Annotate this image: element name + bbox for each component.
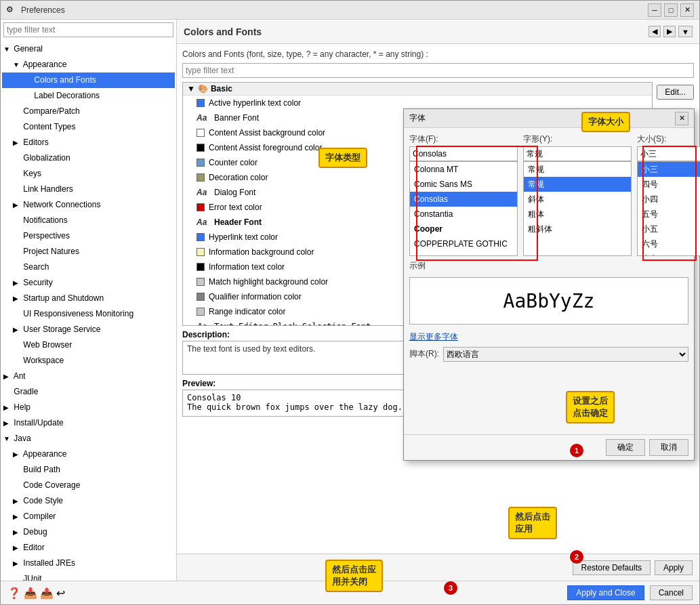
font-dialog-body: 字体(F): Colonna MT Comic Sans MS Consolas… (404, 128, 694, 434)
maximize-button[interactable]: □ (664, 3, 678, 17)
sidebar-item-build-path[interactable]: Build Path (2, 462, 175, 478)
sidebar-item-compare-patch[interactable]: Compare/Patch (2, 104, 175, 119)
sidebar-item-content-types[interactable]: Content Types (2, 119, 175, 135)
size-input[interactable] (637, 146, 700, 161)
back-button[interactable]: ◀ (648, 26, 661, 37)
font-dialog-ok-button[interactable]: 确定 (606, 439, 645, 456)
sidebar-item-junit[interactable]: JUnit (2, 571, 175, 581)
sidebar-item-colors-fonts[interactable]: Colors and Fonts (2, 72, 175, 88)
sidebar-item-keys[interactable]: Keys (2, 166, 175, 182)
font-list-item-consolas[interactable]: Consolas (410, 192, 517, 207)
forward-button[interactable]: ▶ (663, 26, 676, 37)
sidebar-item-general[interactable]: ▼ General (2, 41, 175, 57)
help-icon[interactable]: ❓ (7, 587, 21, 600)
font-list[interactable]: Colonna MT Comic Sans MS Consolas Consta… (409, 161, 518, 256)
sidebar-item-debug[interactable]: ▶ Debug (2, 524, 175, 540)
sidebar-item-ant[interactable]: ▶ Ant (2, 369, 175, 384)
sidebar-item-ui-responsiveness[interactable]: UI Responsiveness Monitoring (2, 306, 175, 322)
restore-defaults-button[interactable]: Restore Defaults (573, 560, 651, 575)
font-icon: Aa (197, 186, 207, 199)
sidebar-item-editors[interactable]: ▶ Editors (2, 135, 175, 150)
edit-button[interactable]: Edit... (657, 85, 694, 100)
color-label: Banner Font (214, 112, 259, 124)
expand-icon: ▶ (3, 371, 12, 383)
expand-spacer (13, 152, 21, 165)
script-select[interactable]: 西欧语言 (443, 347, 688, 362)
sidebar-item-java-appearance[interactable]: ▶ Appearance (2, 446, 175, 462)
sidebar-item-user-storage[interactable]: ▶ User Storage Service (2, 322, 175, 337)
size-list-item[interactable]: 五号 (638, 207, 700, 222)
size-list-item[interactable]: 小四 (638, 192, 700, 207)
style-list-item-normal[interactable]: 常规 (524, 177, 631, 192)
sidebar-item-help[interactable]: ▶ Help (2, 400, 175, 415)
font-list-item[interactable]: Corbel (410, 251, 517, 256)
export-icon[interactable]: 📤 (40, 587, 54, 600)
expand-spacer (3, 386, 12, 398)
style-list-item[interactable]: 常规 (524, 162, 631, 177)
cancel-button[interactable]: Cancel (650, 585, 693, 600)
style-input[interactable] (523, 146, 632, 161)
sidebar-item-perspectives[interactable]: Perspectives (2, 228, 175, 244)
sidebar-item-notifications[interactable]: Notifications (2, 213, 175, 228)
sidebar-item-appearance[interactable]: ▼ Appearance (2, 57, 175, 72)
font-dialog[interactable]: 字体 ✕ 字体(F): Colonna MT Comic Sans MS Con… (403, 108, 695, 461)
sidebar-item-gradle[interactable]: Gradle (2, 384, 175, 400)
colors-filter-input[interactable] (182, 63, 694, 78)
group-header-basic[interactable]: ▼ 🎨 Basic (183, 83, 652, 96)
style-list-item[interactable]: 斜体 (524, 192, 631, 207)
sidebar-item-compiler[interactable]: ▶ Compiler (2, 509, 175, 524)
sidebar-item-web-browser[interactable]: Web Browser (2, 337, 175, 353)
apply-button[interactable]: Apply (655, 560, 693, 575)
sidebar-item-search[interactable]: Search (2, 259, 175, 275)
sidebar-item-startup-shutdown[interactable]: ▶ Startup and Shutdown (2, 291, 175, 306)
sidebar-item-label-decorations[interactable]: Label Decorations (2, 88, 175, 104)
style-list-item[interactable]: 粗体 (524, 207, 631, 222)
expand-spacer (13, 262, 21, 274)
expand-icon: ▶ (13, 293, 21, 305)
tree-filter-input[interactable] (3, 22, 173, 37)
sidebar-item-installed-jres[interactable]: ▶ Installed JREs (2, 556, 175, 571)
color-label: Counter color (209, 157, 258, 169)
font-list-item[interactable]: Colonna MT (410, 162, 517, 177)
sidebar-item-code-style[interactable]: ▶ Code Style (2, 493, 175, 509)
sidebar-item-network-connections[interactable]: ▶ Network Connections (2, 197, 175, 213)
font-dialog-cancel-button[interactable]: 取消 (649, 439, 688, 456)
color-swatch (197, 233, 205, 241)
size-list[interactable]: 小三 四号 小四 五号 小五 六号 小六 (637, 161, 700, 256)
preview-line1: Consolas 10 (187, 393, 241, 402)
menu-button[interactable]: ▼ (678, 26, 693, 37)
apply-close-button[interactable]: Apply and Close (567, 585, 644, 600)
close-button[interactable]: ✕ (680, 3, 694, 17)
style-list[interactable]: 常规 常规 斜体 粗体 粗斜体 (523, 161, 632, 256)
revert-icon[interactable]: ↩ (56, 587, 65, 600)
size-list-item-xiaosan[interactable]: 小三 (638, 162, 700, 177)
import-icon[interactable]: 📥 (24, 587, 37, 600)
style-list-item[interactable]: 粗斜体 (524, 222, 631, 236)
font-list-item[interactable]: Comic Sans MS (410, 177, 517, 192)
expand-icon: ▶ (13, 199, 21, 211)
sidebar-item-security[interactable]: ▶ Security (2, 275, 175, 291)
size-list-item[interactable]: 六号 (638, 236, 700, 251)
size-list-item[interactable]: 四号 (638, 177, 700, 192)
show-more-link[interactable]: 显示更多字体 (409, 332, 458, 341)
sidebar-item-link-handlers[interactable]: Link Handlers (2, 182, 175, 197)
sidebar-item-java[interactable]: ▼ Java (2, 431, 175, 446)
sidebar-item-project-natures[interactable]: Project Natures (2, 244, 175, 259)
size-list-item[interactable]: 小六 (638, 251, 700, 256)
color-label: Decoration color (209, 171, 268, 184)
sidebar-item-workspace[interactable]: Workspace (2, 353, 175, 369)
sidebar-item-editor[interactable]: ▶ Editor (2, 540, 175, 556)
sidebar-item-code-coverage[interactable]: Code Coverage (2, 478, 175, 493)
sidebar-item-install-update[interactable]: ▶ Install/Update (2, 415, 175, 431)
size-list-item[interactable]: 小五 (638, 222, 700, 236)
panel-navigation: ◀ ▶ ▼ (648, 26, 693, 37)
expand-spacer (13, 339, 21, 352)
sidebar-item-globalization[interactable]: Globalization (2, 150, 175, 166)
font-input[interactable] (409, 146, 518, 161)
font-dialog-close-button[interactable]: ✕ (675, 112, 688, 125)
font-list-item[interactable]: Cooper (410, 222, 517, 236)
font-list-item[interactable]: Constantia (410, 207, 517, 222)
font-list-item[interactable]: COPPERPLATE GOTHIC (410, 236, 517, 251)
minimize-button[interactable]: ─ (648, 3, 661, 17)
font-dialog-bottom: 确定 取消 (404, 434, 694, 460)
